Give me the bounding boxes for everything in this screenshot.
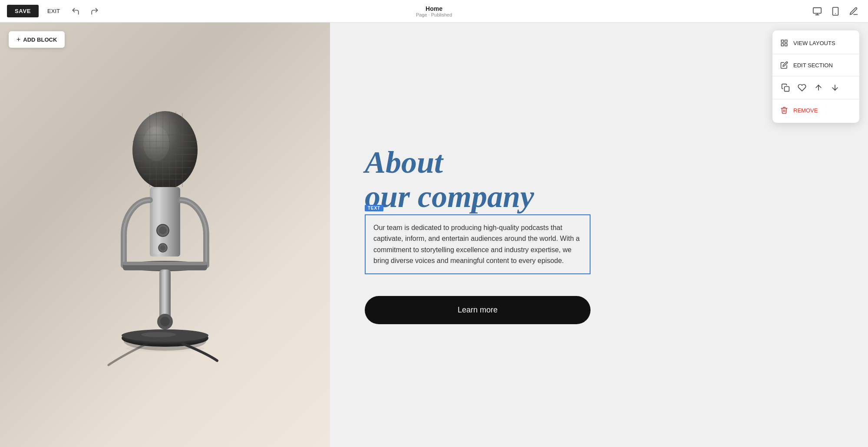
mobile-view-button[interactable] [828,4,843,19]
save-button[interactable]: SAVE [7,5,39,17]
page-status: Page · Published [416,12,452,17]
edit-section-icon [780,61,788,69]
svg-rect-29 [123,262,207,265]
toolbar: SAVE EXIT Home Page · Published [0,0,868,23]
body-text: Our team is dedicated to producing high-… [365,214,591,274]
icon-actions-row [772,78,859,97]
divider2 [772,76,859,76]
toolbar-right [810,4,861,19]
duplicate-icon [781,83,790,92]
svg-rect-40 [785,40,787,42]
text-label: TEXT [365,205,383,211]
pencil-icon [849,7,858,16]
svg-point-33 [160,317,170,326]
edit-mode-button[interactable] [846,4,861,19]
duplicate-button[interactable] [780,82,791,93]
trash-icon [780,106,788,114]
edit-section-item[interactable]: EDIT SECTION [772,56,859,74]
arrow-up-icon [814,83,823,92]
svg-rect-42 [781,44,783,46]
divider3 [772,99,859,99]
svg-point-37 [141,332,176,337]
undo-icon [71,7,80,16]
toolbar-left: SAVE EXIT [7,4,102,18]
remove-label: REMOVE [793,107,818,114]
grid-icon [780,39,788,47]
remove-item[interactable]: REMOVE [772,101,859,119]
text-block-wrapper: TEXT Our team is dedicated to producing … [365,214,833,274]
svg-point-38 [126,345,204,352]
redo-button[interactable] [88,4,102,18]
page-title: Home [416,5,452,12]
view-layouts-item[interactable]: VIEW LAYOUTS [772,34,859,52]
desktop-view-button[interactable] [810,4,825,19]
add-block-label: ADD BLOCK [23,36,57,43]
divider [772,54,859,54]
arrow-down-icon [831,83,839,92]
microphone-illustration [83,100,248,369]
heart-icon [798,83,806,92]
svg-rect-39 [781,40,783,42]
svg-point-24 [159,227,167,234]
favorite-button[interactable] [797,82,807,93]
move-up-button[interactable] [813,82,824,93]
image-panel: + ADD BLOCK [0,23,330,447]
edit-section-label: EDIT SECTION [793,62,833,69]
view-layouts-label: VIEW LAYOUTS [793,40,835,46]
svg-rect-31 [162,271,165,319]
svg-rect-43 [785,87,789,92]
move-down-button[interactable] [830,82,840,93]
exit-button[interactable]: EXIT [44,5,63,17]
mobile-icon [831,7,840,16]
heading-about: About our company [365,145,833,214]
redo-icon [90,7,99,16]
svg-rect-41 [785,44,787,46]
context-panel: VIEW LAYOUTS EDIT SECTION [772,30,859,123]
svg-point-26 [160,245,165,250]
svg-rect-0 [813,7,821,13]
undo-button[interactable] [69,4,83,18]
add-block-button[interactable]: + ADD BLOCK [9,31,65,48]
svg-point-20 [143,126,169,161]
learn-more-button[interactable]: Learn more [365,296,591,324]
plus-icon: + [17,36,20,43]
main-content: + ADD BLOCK [0,23,868,447]
toolbar-center: Home Page · Published [416,5,452,17]
desktop-icon [812,7,822,16]
